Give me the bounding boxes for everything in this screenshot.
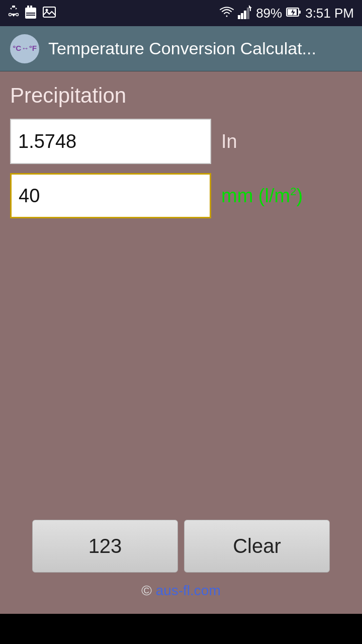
svg-point-1 xyxy=(9,14,12,16)
buttons-row: 123 Clear xyxy=(10,520,352,573)
time-display: 3:51 PM xyxy=(305,6,354,21)
bottom-bar xyxy=(0,614,362,644)
wifi-icon xyxy=(220,6,234,20)
input-row-in: In xyxy=(10,119,352,164)
website-link[interactable]: aus-fl.com xyxy=(156,583,221,598)
status-icons-left xyxy=(8,5,56,22)
signal-icon xyxy=(238,5,252,21)
unit-label-in: In xyxy=(221,131,237,152)
usb-icon xyxy=(8,5,19,22)
input-row-mm: mm (l/m2) xyxy=(10,173,352,218)
status-right: 89% 3:51 PM xyxy=(220,5,354,21)
svg-point-2 xyxy=(16,14,19,16)
input-in[interactable] xyxy=(10,119,211,164)
image-icon xyxy=(42,5,56,21)
svg-rect-10 xyxy=(238,15,240,19)
app-title: Temperature Conversion Calculat... xyxy=(48,39,316,58)
sd-card-icon xyxy=(24,5,37,22)
input-mm[interactable] xyxy=(10,173,211,218)
svg-rect-6 xyxy=(26,13,35,14)
svg-rect-11 xyxy=(241,13,243,19)
app-icon: °C↔°F xyxy=(10,34,39,63)
copyright-symbol: © xyxy=(141,583,152,598)
app-icon-text: °C↔°F xyxy=(13,44,37,53)
svg-rect-13 xyxy=(247,8,249,19)
svg-rect-7 xyxy=(26,15,35,16)
status-bar: 89% 3:51 PM xyxy=(0,0,362,26)
battery-percent: 89% xyxy=(256,6,282,21)
clear-button[interactable]: Clear xyxy=(184,520,330,573)
battery-icon xyxy=(286,7,301,20)
page-heading: Precipitation xyxy=(10,84,352,108)
svg-rect-8 xyxy=(43,7,55,17)
numpad-button[interactable]: 123 xyxy=(32,520,178,573)
svg-rect-5 xyxy=(30,6,32,10)
svg-rect-12 xyxy=(244,11,246,19)
spacer xyxy=(10,227,352,520)
svg-rect-4 xyxy=(27,6,29,10)
unit-label-mm: mm (l/m2) xyxy=(221,185,303,207)
title-bar: °C↔°F Temperature Conversion Calculat... xyxy=(0,26,362,71)
footer: © aus-fl.com xyxy=(10,583,352,604)
svg-rect-17 xyxy=(299,11,301,14)
main-content: Precipitation In mm (l/m2) 123 Clear © a… xyxy=(0,71,362,614)
svg-rect-0 xyxy=(12,6,15,8)
